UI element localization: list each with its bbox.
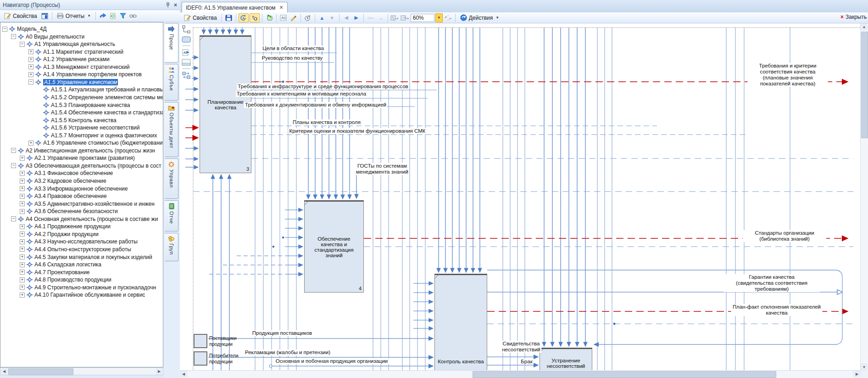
tree-item[interactable]: +А4.7 Проектирование (20, 269, 90, 276)
expand-icon[interactable]: + (20, 201, 25, 206)
zoom-level-field[interactable]: 60% (411, 14, 434, 22)
window-icon[interactable] (40, 12, 50, 20)
layout-icon[interactable]: ▾ (390, 14, 400, 22)
expand-icon[interactable]: + (20, 277, 25, 282)
tree-item[interactable]: +А4.3 Научно-исследовательские работы (20, 238, 138, 245)
tree-item[interactable]: +А4.1 Продвижение продукции (20, 223, 111, 230)
tree-item[interactable]: −А0 Виды деятельности (11, 33, 84, 40)
break-link-icon[interactable] (444, 14, 453, 22)
trace-back-icon[interactable]: ○– (366, 14, 375, 22)
tree-item[interactable]: +А2.1 Управление проектами (развития) (20, 154, 135, 162)
tree-item[interactable]: +А3.6 Обеспечение безопасности (20, 208, 118, 215)
canvas-vscrollbar[interactable]: ▲ ▼ (860, 23, 868, 378)
brush-icon[interactable] (289, 14, 298, 22)
expand-icon[interactable]: + (20, 224, 25, 229)
collapse-icon[interactable]: − (11, 163, 16, 168)
tree-item[interactable]: +А4.10 Гарантийное обслуживание и сервис (20, 291, 145, 299)
text-block-icon[interactable]: A (279, 14, 288, 22)
tree-item[interactable]: +А4.8 Производство продукции (20, 276, 111, 283)
tree-item[interactable]: А1.5.7 Мониторинг и оценка фактических (37, 132, 157, 139)
tree-item[interactable]: А1.5.1 Актуализация требований и плановы… (37, 86, 163, 93)
collapse-icon[interactable]: − (20, 42, 25, 47)
nav-properties-button[interactable]: Свойства (2, 12, 39, 20)
expand-icon[interactable]: + (28, 49, 33, 54)
mode-tab-управл[interactable]: Управл (165, 158, 178, 199)
tree-item[interactable]: +А1.3 Менеджмент стратегический (28, 63, 130, 71)
function-box[interactable]: Контроль качества (434, 274, 487, 371)
collapse-icon[interactable]: − (2, 27, 7, 32)
expand-icon[interactable]: + (20, 156, 25, 161)
mode-tab-объекты-деят[interactable]: Объекты деят (165, 102, 178, 157)
tree-item[interactable]: А1.5.5 Контроль качества (37, 117, 117, 124)
tree-item[interactable]: +А3.3 Информационное обеспечение (20, 185, 128, 192)
tree-item[interactable]: А1.5.4 Обеспечение качества и стандартиз… (37, 109, 163, 116)
tree-item[interactable]: +А3.4 Правовое обеспечение (20, 192, 107, 200)
collapse-icon[interactable]: − (11, 148, 16, 153)
mode-tab-отче[interactable]: Отче (165, 200, 178, 231)
expand-icon[interactable]: + (20, 262, 25, 267)
collapse-icon[interactable]: − (11, 34, 16, 39)
diagram-canvas[interactable]: A (180, 23, 868, 378)
timer-icon[interactable] (303, 14, 312, 22)
tree-item[interactable]: +А4.4 Опытно-конструкторские работы (20, 246, 131, 253)
expand-icon[interactable]: + (20, 270, 25, 275)
tree-item[interactable]: +А1.4 Управление портфелем проектов (28, 71, 142, 78)
expand-icon[interactable]: + (28, 72, 33, 77)
function-box[interactable]: Обеспечение качества и стандартизация зн… (304, 200, 364, 293)
expand-icon[interactable]: + (20, 179, 25, 184)
tree-item[interactable]: −Модель_4Д (2, 25, 47, 33)
tree-item[interactable]: +А4.5 Закупки материалов и покупных изде… (20, 254, 152, 261)
redo-arrow-icon[interactable] (98, 12, 107, 20)
update-diagram-icon[interactable] (265, 14, 274, 22)
expand-icon[interactable]: + (20, 254, 25, 260)
pin-icon[interactable] (166, 2, 170, 8)
label-visibility-toggle-icon[interactable]: T (250, 13, 260, 23)
canvas-hscrollbar[interactable]: ◀ ▶ (180, 370, 861, 378)
navigator-hscrollbar[interactable]: ◀ ▶ (0, 367, 163, 375)
trace-forward-icon[interactable]: → (376, 14, 385, 22)
tree-item[interactable]: +А3.1 Финансовое обеспечение (20, 169, 113, 177)
tree-item[interactable]: +А1.1 Маркетинг стратегический (28, 48, 123, 56)
tree-item[interactable]: +А4.6 Складская логистика (20, 261, 101, 268)
tree-item[interactable]: −А1.5 Управление качеством (28, 79, 118, 86)
expand-icon[interactable]: + (28, 57, 33, 62)
close-diagram-button[interactable]: × Закрыть (840, 14, 868, 20)
expand-icon[interactable]: + (20, 285, 25, 290)
expand-icon[interactable]: + (20, 194, 25, 199)
nav-reports-button[interactable]: Отчеты ▼ (55, 12, 93, 20)
tree-item[interactable]: А1.5.2 Определение элементов системы мен (37, 94, 163, 101)
expand-icon[interactable]: + (20, 186, 25, 191)
expand-icon[interactable]: + (20, 231, 25, 237)
tree-item[interactable]: +А4.9 Строительно-монтажные и пусконалад… (20, 284, 156, 291)
expand-icon[interactable]: + (20, 247, 25, 252)
zoom-dropdown-icon[interactable]: ▼ (435, 13, 443, 23)
diagram-properties-button[interactable]: Свойства (182, 14, 219, 22)
tree-item[interactable]: +А1.6 Управление стоимостью (бюджетирова… (28, 139, 163, 147)
export-icon[interactable]: ▾ (401, 14, 410, 22)
close-icon[interactable]: × (174, 2, 177, 8)
tree-item[interactable]: А1.5.3 Планирование качества (37, 102, 130, 109)
rotate-toggle-icon[interactable]: A (239, 13, 249, 23)
mode-tab-проце[interactable]: Проце (165, 23, 178, 62)
move-down-icon[interactable]: ▼ (328, 14, 337, 22)
external-entity-box[interactable] (194, 334, 207, 348)
mode-tab-субъе[interactable]: Субъе (165, 64, 178, 101)
expand-icon[interactable]: + (28, 64, 33, 69)
tree-item[interactable]: +А3.2 Кадровое обеспечение (20, 177, 106, 185)
filter-icon[interactable] (118, 12, 128, 20)
collapse-icon[interactable]: − (28, 79, 33, 85)
tree-item[interactable]: −А1 Управляющая деятельность (20, 40, 115, 48)
tree-item[interactable]: А1.5.6 Устранение несоответствий (37, 124, 140, 131)
expand-icon[interactable]: + (28, 141, 33, 146)
external-reference-tool-icon[interactable] (182, 72, 190, 79)
forward-icon[interactable]: ▶ (352, 14, 361, 22)
refresh-icon[interactable] (108, 12, 117, 20)
frame-tool-icon[interactable] (182, 59, 191, 66)
tree-item[interactable]: +А4.2 Продажи продукции (20, 231, 99, 238)
move-up-icon[interactable]: ▲ (317, 14, 327, 22)
tree-item[interactable]: +А3.5 Административно-хозяйственное и ин… (20, 200, 155, 208)
tree-item[interactable]: −А3 Обеспечивающая деятельность (процесс… (11, 162, 161, 169)
text-tool-icon[interactable]: A (182, 49, 190, 56)
expand-icon[interactable]: + (20, 239, 25, 244)
tab-close-icon[interactable]: ✕ (279, 5, 284, 11)
